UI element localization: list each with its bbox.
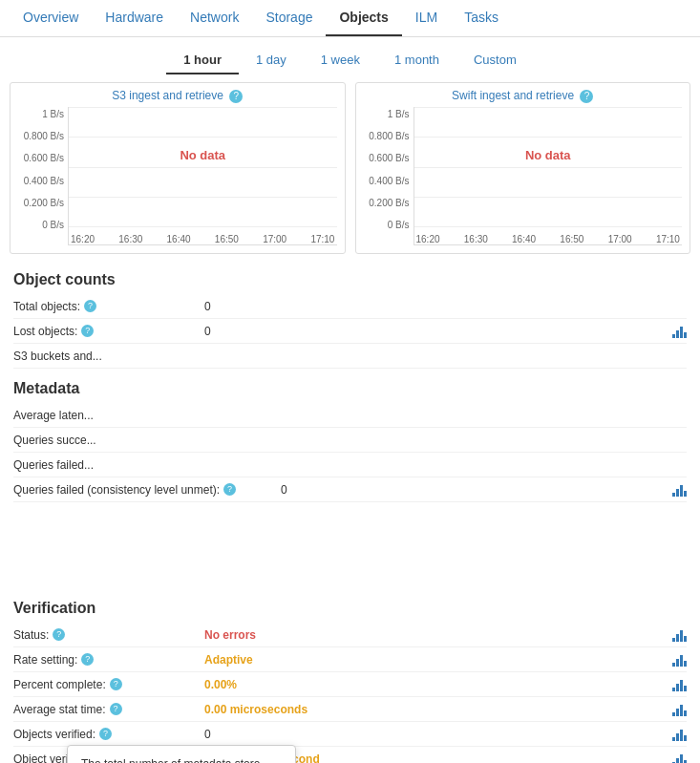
verification-title: Verification	[13, 600, 687, 617]
swift-chart-help-icon[interactable]: ?	[580, 90, 593, 103]
object-verification-rate-chart-icon[interactable]	[672, 752, 687, 764]
objects-verified-chart-icon[interactable]	[672, 728, 687, 741]
swift-x-labels: 16:20 16:30 16:40 16:50 17:00 17:10	[414, 234, 683, 244]
avg-stat-time-row: Average stat time: ? 0.00 microseconds	[13, 697, 687, 722]
lost-objects-row: Lost objects: ? 0	[13, 319, 687, 344]
metadata-section: Metadata Average laten... Queries succe.…	[0, 372, 700, 506]
s3-chart-title: S3 ingest and retrieve ?	[18, 89, 337, 103]
swift-y-axis: 1 B/s 0.800 B/s 0.600 B/s 0.400 B/s 0.20…	[364, 107, 414, 245]
nav-item-overview[interactable]: Overview	[10, 0, 92, 36]
objects-verified-help[interactable]: ?	[99, 728, 112, 740]
rate-setting-row: Rate setting: ? Adaptive	[13, 647, 687, 672]
s3-chart-help-icon[interactable]: ?	[229, 90, 243, 103]
time-tab-1-week[interactable]: 1 week	[304, 47, 377, 74]
time-tab-custom[interactable]: Custom	[456, 47, 534, 74]
lost-objects-chart-icon[interactable]	[672, 325, 687, 338]
avg-stat-time-chart-icon[interactable]	[672, 703, 687, 716]
queries-failed-consistency-row: Queries failed (consistency level unmet)…	[13, 477, 687, 502]
metadata-title: Metadata	[13, 380, 687, 397]
s3-chart: S3 ingest and retrieve ? 1 B/s 0.800 B/s…	[10, 82, 346, 254]
rate-setting-help[interactable]: ?	[81, 653, 94, 666]
consistency-tooltip: The total number of metadata store queri…	[67, 745, 296, 763]
nav-item-ilm[interactable]: ILM	[402, 0, 451, 36]
rate-setting-chart-icon[interactable]	[672, 653, 687, 667]
s3-chart-grid: No data 16:20 16:30 16:40 16:50 17:00 17…	[68, 107, 337, 245]
time-tab-1-hour[interactable]: 1 hour	[166, 47, 239, 74]
status-row: Status: ? No errors	[13, 623, 687, 647]
nav-item-storage[interactable]: Storage	[252, 0, 326, 36]
percent-complete-help[interactable]: ?	[110, 678, 122, 690]
object-counts-section: Object counts Total objects: ? 0 Lost ob…	[0, 264, 700, 372]
total-objects-help[interactable]: ?	[84, 300, 96, 312]
status-chart-icon[interactable]	[672, 628, 687, 642]
s3-x-labels: 16:20 16:30 16:40 16:50 17:00 17:10	[69, 234, 337, 244]
nav-item-hardware[interactable]: Hardware	[92, 0, 177, 36]
percent-complete-row: Percent complete: ? 0.00%	[13, 672, 687, 697]
swift-chart-title: Swift ingest and retrieve ?	[364, 89, 683, 103]
avg-latency-row: Average laten...	[13, 403, 687, 428]
time-range-tabs: 1 hour1 day1 week1 monthCustom	[0, 37, 700, 82]
nav-item-objects[interactable]: Objects	[326, 0, 401, 36]
time-tab-1-day[interactable]: 1 day	[239, 47, 304, 74]
swift-chart-grid: No data 16:20 16:30 16:40 16:50 17:00 17…	[414, 107, 683, 245]
queries-failed-row: Queries failed...	[13, 453, 687, 477]
objects-verified-row: Objects verified: ? 0	[13, 722, 687, 747]
time-tab-1-month[interactable]: 1 month	[377, 47, 456, 74]
queries-consistency-help[interactable]: ?	[223, 483, 236, 496]
tooltip-p1: The total number of metadata store queri…	[81, 755, 282, 763]
s3-buckets-row: S3 buckets and...	[13, 344, 687, 369]
status-help[interactable]: ?	[53, 628, 65, 641]
verification-section: Verification Status: ? No errors Rate se…	[0, 592, 700, 763]
charts-row: S3 ingest and retrieve ? 1 B/s 0.800 B/s…	[0, 82, 700, 264]
queries-success-row: Queries succe...	[13, 428, 687, 453]
s3-no-data: No data	[180, 148, 225, 162]
nav-item-network[interactable]: Network	[177, 0, 252, 36]
swift-chart: Swift ingest and retrieve ? 1 B/s 0.800 …	[355, 82, 691, 254]
top-navigation: OverviewHardwareNetworkStorageObjectsILM…	[0, 0, 700, 37]
swift-no-data: No data	[525, 148, 571, 162]
percent-complete-chart-icon[interactable]	[672, 678, 687, 691]
nav-item-tasks[interactable]: Tasks	[451, 0, 512, 36]
lost-objects-help[interactable]: ?	[81, 325, 94, 337]
avg-stat-time-help[interactable]: ?	[110, 703, 122, 715]
total-objects-row: Total objects: ? 0	[13, 294, 687, 319]
object-counts-title: Object counts	[13, 271, 687, 288]
queries-consistency-chart-icon[interactable]	[672, 483, 687, 497]
s3-y-axis: 1 B/s 0.800 B/s 0.600 B/s 0.400 B/s 0.20…	[18, 107, 68, 245]
